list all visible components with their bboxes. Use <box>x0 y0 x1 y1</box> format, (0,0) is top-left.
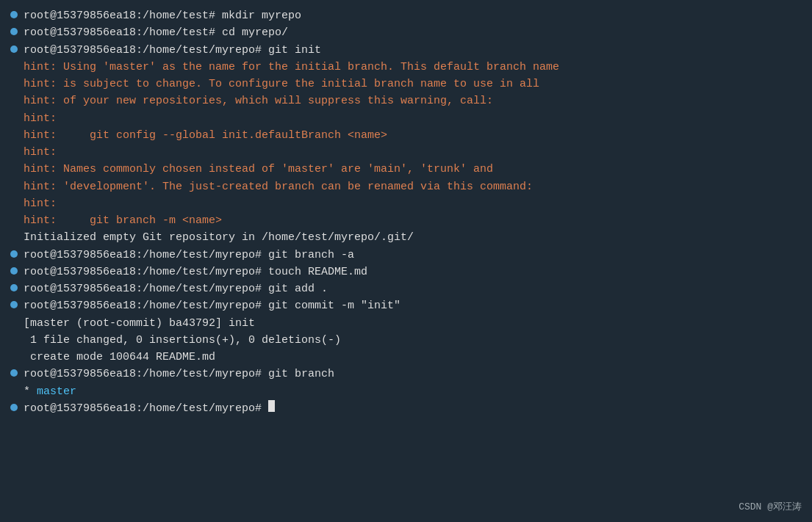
hint-text: hint: git config --global init.defaultBr… <box>10 127 387 144</box>
command: git branch -a <box>268 247 354 264</box>
prompt: root@15379856ea18:/home/test/myrepo# <box>24 280 268 297</box>
branch-name: master <box>37 383 76 400</box>
command: touch README.md <box>268 264 367 280</box>
prompt: root@15379856ea18:/home/test/myrepo# <box>24 297 268 314</box>
terminal-line: root@15379856ea18:/home/test/myrepo# git… <box>10 297 802 314</box>
hint-text: hint: 'development'. The just-created br… <box>10 178 533 195</box>
prompt: root@15379856ea18:/home/test/myrepo# <box>24 366 268 383</box>
hint-line: hint: <box>10 144 802 161</box>
output-text: [master (root-commit) ba43792] init <box>10 315 255 332</box>
watermark: CSDN @邓汪涛 <box>739 500 802 515</box>
output-line: 1 file changed, 0 insertions(+), 0 delet… <box>10 332 802 349</box>
terminal-line: root@15379856ea18:/home/test/myrepo# tou… <box>10 264 802 280</box>
prompt: root@15379856ea18:/home/test# <box>24 24 222 41</box>
line-dot <box>10 301 18 308</box>
line-dot <box>10 250 18 258</box>
command: git init <box>268 42 321 59</box>
output-text: create mode 100644 README.md <box>10 349 215 366</box>
prompt: root@15379856ea18:/home/test/myrepo# <box>24 264 268 280</box>
hint-text: hint: Using 'master' as the name for the… <box>10 59 559 76</box>
hint-text: hint: <box>10 195 57 212</box>
hint-line: hint: git branch -m <name> <box>10 212 802 229</box>
hint-line: hint: git config --global init.defaultBr… <box>10 127 802 144</box>
output-line: create mode 100644 README.md <box>10 349 802 366</box>
prompt: root@15379856ea18:/home/test/myrepo# <box>24 247 268 264</box>
line-dot <box>10 284 18 291</box>
prompt: root@15379856ea18:/home/test/myrepo# <box>24 42 268 59</box>
line-dot <box>10 267 18 275</box>
hint-text: hint: Names commonly chosen instead of '… <box>10 161 493 178</box>
command: mkdir myrepo <box>222 7 301 24</box>
hint-line: hint: Using 'master' as the name for the… <box>10 59 802 76</box>
hint-line: hint: <box>10 110 802 127</box>
hint-line: hint: of your new repositories, which wi… <box>10 93 802 109</box>
terminal: root@15379856ea18:/home/test# mkdir myre… <box>0 0 812 522</box>
line-dot <box>10 28 18 35</box>
hint-text: hint: is subject to change. To configure… <box>10 76 539 93</box>
hint-line: hint: 'development'. The just-created br… <box>10 178 802 195</box>
line-dot <box>10 404 18 411</box>
hint-line: hint: is subject to change. To configure… <box>10 76 802 93</box>
terminal-line: root@15379856ea18:/home/test# cd myrepo/ <box>10 24 802 41</box>
terminal-line: root@15379856ea18:/home/test/myrepo# <box>10 400 802 417</box>
command: git commit -m "init" <box>268 297 400 314</box>
hint-text: hint: of your new repositories, which wi… <box>10 93 493 109</box>
line-dot <box>10 11 18 18</box>
output-line: Initialized empty Git repository in /hom… <box>10 229 802 246</box>
command: git add . <box>268 280 328 297</box>
cursor <box>268 400 275 412</box>
prompt: root@15379856ea18:/home/test# <box>24 7 222 24</box>
prompt: root@15379856ea18:/home/test/myrepo# <box>24 400 268 417</box>
command: git branch <box>268 366 334 383</box>
terminal-line: root@15379856ea18:/home/test/myrepo# git… <box>10 247 802 264</box>
terminal-line: root@15379856ea18:/home/test/myrepo# git… <box>10 366 802 383</box>
command: cd myrepo/ <box>222 24 288 41</box>
line-dot <box>10 369 18 377</box>
line-dot <box>10 46 18 53</box>
hint-text: hint: git branch -m <name> <box>10 212 222 229</box>
hint-text: hint: <box>10 110 57 127</box>
output-text: Initialized empty Git repository in /hom… <box>10 229 414 246</box>
output-line: [master (root-commit) ba43792] init <box>10 315 802 332</box>
terminal-line: root@15379856ea18:/home/test/myrepo# git… <box>10 42 802 59</box>
output-line: * master <box>10 383 802 400</box>
hint-line: hint: Names commonly chosen instead of '… <box>10 161 802 178</box>
terminal-line: root@15379856ea18:/home/test/myrepo# git… <box>10 280 802 297</box>
output-text: 1 file changed, 0 insertions(+), 0 delet… <box>10 332 341 349</box>
output-text: * <box>10 383 37 400</box>
terminal-line: root@15379856ea18:/home/test# mkdir myre… <box>10 7 802 24</box>
hint-line: hint: <box>10 195 802 212</box>
hint-text: hint: <box>10 144 57 161</box>
